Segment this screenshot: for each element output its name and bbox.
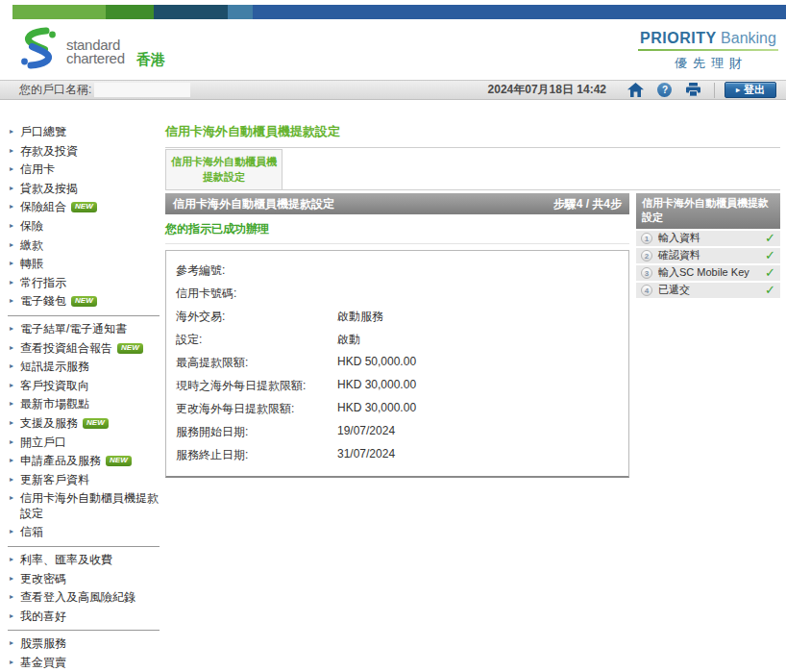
detail-value: 啟動	[337, 332, 619, 348]
sc-logo[interactable]: standard chartered 香港	[19, 26, 165, 70]
detail-row: 更改海外每日提款限額:HKD 30,000.00	[176, 397, 619, 420]
home-icon[interactable]	[625, 82, 648, 99]
sidebar-item-label: 開立戶口	[20, 436, 66, 451]
sidebar-item[interactable]: ▸常行指示	[8, 274, 165, 293]
sidebar-item[interactable]: ▸查看登入及高風險紀錄	[8, 588, 165, 608]
sidebar-item[interactable]: ▸繳款	[8, 236, 165, 256]
arrow-bullet-icon: ▸	[10, 476, 13, 484]
step-number: 1	[641, 233, 652, 244]
detail-label: 最高提款限額:	[176, 355, 337, 371]
arrow-bullet-icon: ▸	[10, 575, 13, 583]
step-label: 已遞交	[658, 283, 690, 297]
detail-value	[337, 262, 619, 279]
detail-value: HKD 30,000.00	[337, 401, 619, 417]
sidebar-item[interactable]: ▸轉賬	[8, 255, 165, 274]
sidebar-item[interactable]: ▸存款及投資	[8, 142, 165, 162]
sidebar-item[interactable]: ▸開立戶口	[8, 434, 165, 453]
brand-stripe	[12, 5, 786, 19]
check-icon: ✓	[765, 249, 775, 261]
detail-label: 服務終止日期:	[176, 447, 337, 463]
step-row: 2確認資料✓	[636, 248, 780, 263]
arrow-bullet-icon: ▸	[10, 241, 13, 249]
arrow-bullet-icon: ▸	[10, 612, 13, 620]
sidebar-item[interactable]: ▸保險組合NEW	[8, 198, 165, 217]
sidebar-item[interactable]: ▸短訊提示服務	[8, 358, 165, 377]
sidebar-item[interactable]: ▸基金買賣	[8, 654, 165, 672]
priority-word: PRIORITY	[640, 30, 717, 46]
detail-row: 服務終止日期:31/07/2024	[176, 443, 619, 466]
sidebar-item[interactable]: ▸電子結單/電子通知書	[8, 320, 165, 339]
sc-trustmark-icon	[19, 26, 58, 70]
sc-logo-wordmark: standard chartered	[66, 38, 125, 66]
arrow-bullet-icon: ▸	[10, 279, 13, 286]
step-label: 確認資料	[658, 248, 700, 262]
sidebar-item[interactable]: ▸查看投資組合報告NEW	[8, 339, 165, 359]
step-number: 3	[641, 267, 652, 279]
detail-row: 服務開始日期:19/07/2024	[176, 420, 619, 443]
section-header-title: 信用卡海外自動櫃員機提款設定	[173, 196, 334, 212]
banking-word: Banking	[721, 30, 776, 46]
details-table: 參考編號:信用卡號碼:海外交易:啟動服務設定:啟動最高提款限額:HKD 50,0…	[165, 250, 629, 478]
printer-icon[interactable]	[682, 82, 705, 99]
help-icon[interactable]: ?	[653, 82, 676, 99]
detail-label: 參考編號:	[176, 262, 337, 279]
sidebar-divider	[8, 315, 160, 316]
statusbar-divider	[714, 83, 715, 98]
content-area: ▸戶口總覽▸存款及投資▸信用卡▸貸款及按揭▸保險組合NEW▸保險▸繳款▸轉賬▸常…	[0, 100, 786, 672]
logout-button[interactable]: ▸ 登出	[725, 82, 776, 98]
sidebar-item[interactable]: ▸利率、匯率及收費	[8, 551, 165, 570]
sidebar-item[interactable]: ▸更新客戶資料	[8, 471, 165, 490]
sidebar-item-label: 利率、匯率及收費	[20, 553, 112, 568]
sidebar-item-label: 更新客戶資料	[20, 473, 89, 488]
new-badge: NEW	[106, 456, 132, 466]
sidebar-item-label: 信用卡	[20, 162, 55, 178]
sidebar-item[interactable]: ▸信用卡海外自動櫃員機提款設定	[8, 489, 165, 523]
steps-list: 1輸入資料✓2確認資料✓3輸入SC Mobile Key✓4已遞交✓	[636, 231, 780, 298]
step-row: 4已遞交✓	[636, 283, 780, 298]
sidebar-item-label: 常行指示	[20, 276, 66, 291]
sidebar-item[interactable]: ▸股票服務	[8, 635, 165, 654]
detail-row: 最高提款限額:HKD 50,000.00	[176, 351, 619, 374]
steps-panel: 信用卡海外自動櫃員機提款設定 1輸入資料✓2確認資料✓3輸入SC Mobile …	[636, 193, 780, 478]
sidebar-item[interactable]: ▸電子錢包NEW	[8, 292, 165, 311]
sidebar-item[interactable]: ▸客戶投資取向	[8, 377, 165, 396]
tab-atm-withdrawal-setting[interactable]: 信用卡海外自動櫃員機提款設定	[165, 149, 282, 189]
sidebar-item-label: 最新市場觀點	[20, 397, 89, 412]
sidebar-item[interactable]: ▸信用卡	[8, 161, 165, 180]
detail-value: HKD 50,000.00	[337, 355, 619, 371]
step-number: 4	[641, 285, 652, 296]
sidebar-item[interactable]: ▸貸款及按揭	[8, 180, 165, 199]
check-icon: ✓	[765, 266, 775, 279]
sidebar-item[interactable]: ▸更改密碼	[8, 570, 165, 589]
sidebar-item[interactable]: ▸信箱	[8, 523, 165, 542]
sidebar-nav: ▸戶口總覽▸存款及投資▸信用卡▸貸款及按揭▸保險組合NEW▸保險▸繳款▸轉賬▸常…	[8, 123, 165, 672]
stripe-segment	[253, 5, 786, 19]
arrow-bullet-icon: ▸	[10, 297, 13, 305]
detail-value	[337, 286, 619, 302]
page-title: 信用卡海外自動櫃員機提款設定	[165, 123, 780, 148]
arrow-bullet-icon: ▸	[10, 528, 13, 535]
arrow-bullet-icon: ▸	[10, 260, 13, 267]
main-content: 信用卡海外自動櫃員機提款設定 信用卡海外自動櫃員機提款設定 信用卡海外自動櫃員機…	[165, 123, 780, 672]
arrow-bullet-icon: ▸	[10, 438, 13, 446]
sidebar-item[interactable]: ▸我的喜好	[8, 608, 165, 627]
help-glyph: ?	[657, 83, 672, 97]
sidebar-item[interactable]: ▸申請產品及服務NEW	[8, 452, 165, 471]
sidebar-item[interactable]: ▸保險	[8, 217, 165, 236]
detail-label: 設定:	[176, 332, 337, 348]
step-label: 輸入SC Mobile Key	[658, 265, 749, 280]
sidebar-item[interactable]: ▸最新市場觀點	[8, 395, 165, 414]
stripe-segment	[12, 5, 106, 19]
step-label: 輸入資料	[658, 231, 700, 245]
sidebar-item-label: 信箱	[20, 525, 43, 540]
result-section: 信用卡海外自動櫃員機提款設定 步驟4 / 共4步 您的指示已成功辦理 參考編號:…	[165, 193, 629, 478]
arrow-bullet-icon: ▸	[10, 659, 13, 666]
sidebar-item[interactable]: ▸戶口總覽	[8, 123, 165, 142]
detail-value: 31/07/2024	[337, 447, 619, 463]
detail-label: 信用卡號碼:	[176, 286, 337, 302]
detail-label: 服務開始日期:	[176, 424, 337, 440]
arrow-bullet-icon: ▸	[10, 325, 13, 333]
sidebar-item-label: 申請產品及服務NEW	[20, 454, 132, 469]
sidebar-item-label: 支援及服務NEW	[20, 416, 109, 432]
sidebar-item[interactable]: ▸支援及服務NEW	[8, 414, 165, 434]
